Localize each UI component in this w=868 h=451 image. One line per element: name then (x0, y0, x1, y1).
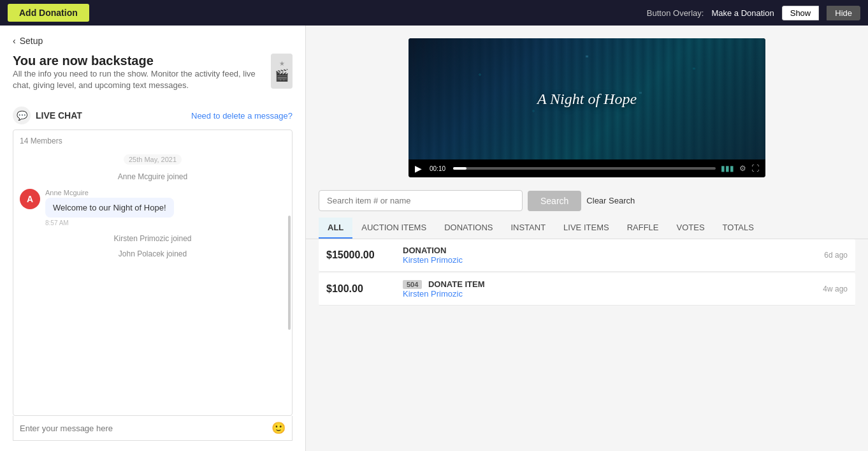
backstage-desc: All the info you need to run the show. M… (13, 68, 271, 91)
chat-message-anne: A Anne Mcguire Welcome to our Night of H… (20, 189, 286, 226)
tab-instant[interactable]: INSTANT (502, 218, 554, 239)
back-arrow-icon: ‹ (13, 36, 16, 46)
show-button[interactable]: Show (782, 6, 820, 20)
chat-sender-anne: Anne Mcguire (45, 189, 174, 196)
video-progress-fill (453, 167, 467, 170)
video-title: A Night of Hope (537, 91, 637, 108)
video-screen: A Night of Hope (409, 38, 765, 159)
main-layout: ‹ Setup You are now backstage All the in… (0, 26, 868, 451)
clear-search-button[interactable]: Clear Search (586, 196, 635, 205)
settings-icon[interactable]: ⚙ (739, 164, 746, 173)
search-button[interactable]: Search (528, 191, 581, 211)
chat-bubble-anne: Welcome to our Night of Hope! (45, 198, 174, 218)
tabs-row: ALL AUCTION ITEMS DONATIONS INSTANT LIVE… (306, 218, 868, 239)
item-amount-2: $100.00 (326, 283, 403, 295)
setup-back-label: Setup (20, 36, 43, 46)
tab-all[interactable]: ALL (319, 218, 352, 239)
video-wrapper: A Night of Hope ▶ 00:10 ▮▮▮ ⚙ ⛶ (409, 38, 765, 177)
director-chair-icon: ★ 🎬 (271, 54, 293, 89)
search-input[interactable] (319, 190, 523, 211)
item-badge-2: 504 (403, 280, 422, 289)
video-time-badge: 00:10 (427, 165, 448, 173)
items-table: $15000.00 DONATION Kirsten Primozic 6d a… (306, 239, 868, 451)
join-message-kirsten: Kirsten Primozic joined (20, 234, 286, 243)
tab-auction-items[interactable]: AUCTION ITEMS (352, 218, 435, 239)
join-message-john: John Polacek joined (20, 249, 286, 258)
item-name-2[interactable]: Kirsten Primozic (403, 289, 823, 299)
live-chat-header: 💬 LIVE CHAT Need to delete a message? (13, 107, 293, 124)
video-container: A Night of Hope ▶ 00:10 ▮▮▮ ⚙ ⛶ (306, 26, 868, 184)
video-controls: ▶ 00:10 ▮▮▮ ⚙ ⛶ (409, 159, 765, 177)
members-count: 14 Members (20, 137, 286, 145)
fullscreen-icon[interactable]: ⛶ (751, 164, 759, 173)
chat-message-body: Anne Mcguire Welcome to our Night of Hop… (45, 189, 174, 226)
search-section: Search Clear Search (306, 184, 868, 218)
item-time-2: 4w ago (823, 285, 848, 293)
play-button[interactable]: ▶ (415, 163, 422, 174)
top-bar-right: Button Overlay: Make a Donation Show Hid… (647, 6, 860, 20)
chat-input[interactable] (20, 424, 268, 433)
video-progress-bar[interactable] (453, 167, 716, 170)
item-time-1: 6d ago (824, 251, 848, 260)
item-type-1: DONATION (403, 246, 824, 255)
tab-totals[interactable]: TOTALS (714, 218, 763, 239)
table-row: $15000.00 DONATION Kirsten Primozic 6d a… (319, 239, 855, 272)
emoji-icon[interactable]: 🙂 (271, 421, 286, 435)
signal-icon: ▮▮▮ (721, 164, 734, 173)
live-chat-label: LIVE CHAT (36, 110, 82, 121)
button-overlay-label: Button Overlay: (647, 8, 704, 18)
item-details-2: 504 DONATE ITEM Kirsten Primozic (403, 279, 823, 299)
chat-input-row: 🙂 (13, 416, 293, 441)
backstage-header: You are now backstage All the info you n… (13, 54, 293, 101)
chat-box: 14 Members 25th May, 2021 Anne Mcguire j… (13, 129, 293, 416)
item-details-1: DONATION Kirsten Primozic (403, 246, 824, 265)
item-amount-1: $15000.00 (326, 249, 403, 261)
item-name-1[interactable]: Kirsten Primozic (403, 255, 824, 265)
chat-time-anne: 8:57 AM (45, 219, 174, 226)
chat-scrollbar[interactable] (288, 216, 291, 330)
backstage-title: You are now backstage (13, 54, 271, 68)
table-row: $100.00 504 DONATE ITEM Kirsten Primozic… (319, 273, 855, 306)
tab-donations[interactable]: DONATIONS (435, 218, 502, 239)
hide-button[interactable]: Hide (827, 6, 860, 20)
item-type-2: 504 DONATE ITEM (403, 279, 823, 289)
top-bar: Add Donation Button Overlay: Make a Dona… (0, 0, 868, 26)
left-panel: ‹ Setup You are now backstage All the in… (0, 26, 306, 451)
join-message-anne: Anne Mcguire joined (20, 172, 286, 181)
tab-raffle[interactable]: RAFFLE (618, 218, 668, 239)
back-nav[interactable]: ‹ Setup (13, 36, 293, 46)
add-donation-button[interactable]: Add Donation (8, 4, 89, 22)
avatar-anne: A (20, 189, 40, 209)
delete-message-link[interactable]: Need to delete a message? (191, 111, 293, 121)
tab-votes[interactable]: VOTES (667, 218, 713, 239)
date-divider: 25th May, 2021 (124, 154, 182, 165)
live-chat-title-row: 💬 LIVE CHAT (13, 107, 82, 124)
tab-live-items[interactable]: LIVE ITEMS (554, 218, 618, 239)
chat-icon: 💬 (13, 107, 31, 124)
make-donation-text: Make a Donation (711, 8, 774, 18)
right-panel: A Night of Hope ▶ 00:10 ▮▮▮ ⚙ ⛶ Search C… (306, 26, 868, 451)
